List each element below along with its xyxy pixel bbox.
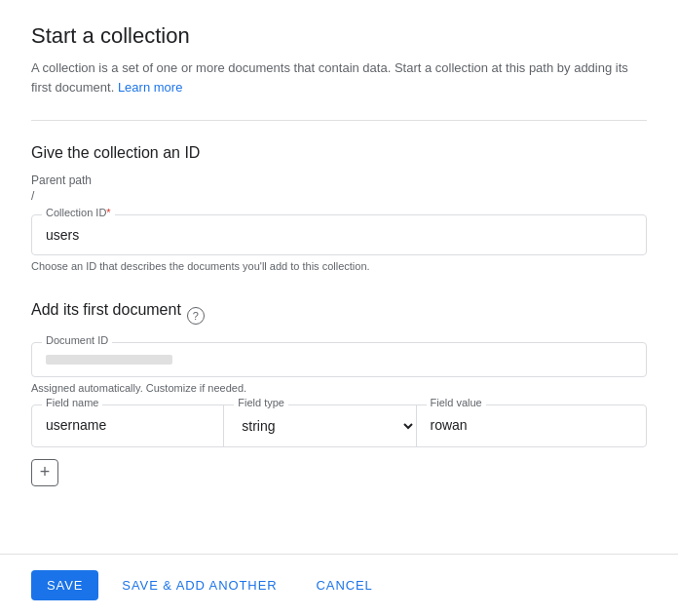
page-description: A collection is a set of one or more doc… bbox=[31, 58, 647, 96]
field-name-cell: Field name bbox=[32, 405, 223, 446]
document-section-title: Add its first document bbox=[31, 301, 181, 319]
help-icon[interactable]: ? bbox=[187, 307, 205, 325]
field-value-input[interactable] bbox=[417, 405, 647, 444]
field-name-label: Field name bbox=[42, 397, 102, 408]
learn-more-link[interactable]: Learn more bbox=[118, 80, 182, 95]
page-title: Start a collection bbox=[31, 23, 647, 49]
cancel-button[interactable]: CANCEL bbox=[301, 570, 389, 600]
add-field-button[interactable]: + bbox=[31, 459, 58, 486]
collection-id-label: Collection ID* bbox=[42, 207, 115, 218]
save-button[interactable]: SAVE bbox=[31, 570, 98, 600]
page-container: Start a collection A collection is a set… bbox=[0, 0, 678, 616]
field-value-cell: Field value bbox=[416, 405, 647, 446]
save-add-another-button[interactable]: SAVE & ADD ANOTHER bbox=[106, 570, 292, 600]
placeholder-bar bbox=[46, 355, 172, 365]
parent-path-label: Parent path bbox=[31, 173, 647, 187]
document-id-field-wrapper: Document ID Assigned automatically. Cust… bbox=[31, 342, 647, 396]
field-type-label: Field type bbox=[234, 397, 288, 408]
collection-id-field-wrapper: Collection ID* Choose an ID that describ… bbox=[31, 214, 647, 274]
footer: SAVE SAVE & ADD ANOTHER CANCEL bbox=[0, 554, 678, 616]
header-section: Start a collection A collection is a set… bbox=[31, 23, 647, 121]
field-type-cell: Field type string number boolean map arr… bbox=[223, 405, 415, 446]
document-id-label: Document ID bbox=[42, 334, 112, 346]
collection-section-title: Give the collection an ID bbox=[31, 144, 647, 162]
fields-row: Field name Field type string number bool… bbox=[31, 404, 647, 447]
document-id-input-container: Document ID bbox=[31, 342, 647, 377]
collection-id-hint: Choose an ID that describes the document… bbox=[31, 259, 647, 274]
document-section: Add its first document ? Document ID Ass… bbox=[31, 301, 647, 485]
collection-id-input[interactable] bbox=[32, 215, 646, 254]
main-content: Start a collection A collection is a set… bbox=[0, 0, 678, 554]
required-star: * bbox=[106, 207, 110, 218]
collection-id-input-container: Collection ID* bbox=[31, 214, 647, 255]
document-id-hint: Assigned automatically. Customize if nee… bbox=[31, 381, 647, 396]
field-value-label: Field value bbox=[427, 397, 486, 408]
field-name-input[interactable] bbox=[32, 405, 223, 444]
collection-section: Give the collection an ID Parent path / … bbox=[31, 144, 647, 274]
field-type-select[interactable]: string number boolean map array null tim… bbox=[224, 405, 415, 446]
document-section-title-row: Add its first document ? bbox=[31, 301, 647, 330]
parent-path-value: / bbox=[31, 189, 647, 203]
document-id-placeholder bbox=[32, 343, 646, 376]
